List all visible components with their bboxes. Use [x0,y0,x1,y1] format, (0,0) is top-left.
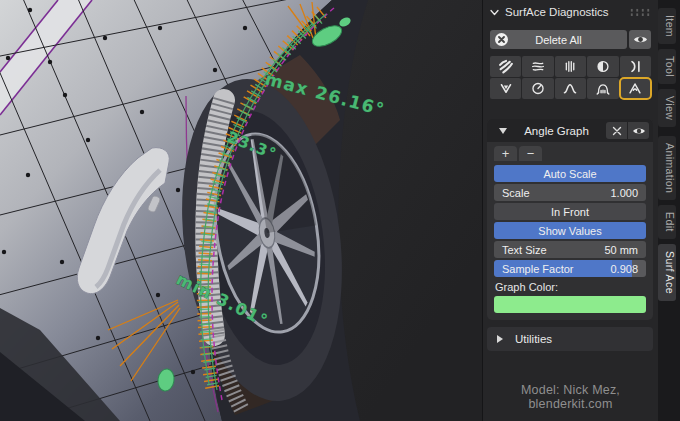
tab-item[interactable]: Item [658,8,676,44]
app-window: max 26.16° 23.3° min 3.01° SurfAce Diagn… [0,0,680,421]
angle-graph-header[interactable]: Angle Graph [487,119,653,142]
disclosure-triangle-collapsed-icon [497,335,503,343]
disclosure-triangle-icon [499,128,507,134]
auto-scale-button[interactable]: Auto Scale [494,165,646,182]
arch-hatch-icon[interactable] [587,78,618,99]
tab-view[interactable]: View [658,89,676,127]
angle-graph-subpanel: Angle Graph [487,119,653,320]
remove-graph-button[interactable]: − [519,146,542,161]
tab-animation[interactable]: Animation [658,136,676,200]
panel-title: SurfAce Diagnostics [505,6,609,18]
add-graph-button[interactable]: + [494,146,517,161]
delete-all-visibility-toggle[interactable] [629,30,651,49]
graph-color-label: Graph Color: [495,281,646,293]
curvature-comb-icon[interactable] [620,56,651,77]
tab-edit[interactable]: Edit [658,205,676,239]
sample-factor-value: 0.908 [610,263,638,275]
chevron-down-icon [489,7,500,18]
zebra-stripes-icon[interactable] [490,56,521,77]
angle-graph-visibility-toggle[interactable] [628,122,649,139]
tab-surf-ace[interactable]: Surf Ace [658,244,676,301]
curvature-ripples-icon[interactable] [522,56,553,77]
eye-icon [632,126,646,136]
graph-color-swatch[interactable] [494,296,646,313]
utilities-title: Utilities [515,333,552,345]
sidebar-tabstrip: Item Tool View Animation Edit Surf Ace [658,0,680,421]
model-credit-text: Model: Nick Mez, blenderkit.com [483,383,658,411]
scale-field[interactable]: Scale 1.000 [494,184,646,201]
text-size-field[interactable]: Text Size 50 mm [494,241,646,258]
utilities-subpanel[interactable]: Utilities [487,327,653,351]
gauge-icon[interactable] [522,78,553,99]
angle-graph-title: Angle Graph [507,125,606,137]
isophotes-icon[interactable] [555,56,586,77]
text-size-label: Text Size [502,244,547,256]
scale-value: 1.000 [610,187,638,199]
x-circle-icon [494,32,509,47]
show-values-button[interactable]: Show Values [494,222,646,239]
diagnostic-tools-grid [490,56,651,99]
close-angle-graph-button[interactable] [606,122,627,139]
sample-factor-slider[interactable]: Sample Factor 0.908 [494,260,646,277]
panel-header[interactable]: SurfAce Diagnostics [489,3,652,21]
surface-diagnostics-panel: SurfAce Diagnostics Delete All [482,0,658,421]
angle-graph-icon[interactable] [620,78,651,99]
3d-viewport[interactable]: max 26.16° 23.3° min 3.01° [0,0,482,421]
contrast-half-circle-icon[interactable] [587,56,618,77]
draft-cup-icon[interactable] [490,78,521,99]
text-size-value: 50 mm [604,244,638,256]
tab-tool[interactable]: Tool [658,49,676,84]
graph-add-remove-group: + − [494,146,646,161]
bell-curve-icon[interactable] [555,78,586,99]
panel-drag-grip-icon[interactable] [629,8,650,16]
delete-all-button[interactable]: Delete All [490,30,627,49]
scale-label: Scale [502,187,530,199]
eye-icon [633,34,648,45]
in-front-button[interactable]: In Front [494,203,646,220]
delete-all-row: Delete All [490,30,651,49]
sample-factor-label: Sample Factor [502,263,574,275]
close-icon [612,126,622,136]
